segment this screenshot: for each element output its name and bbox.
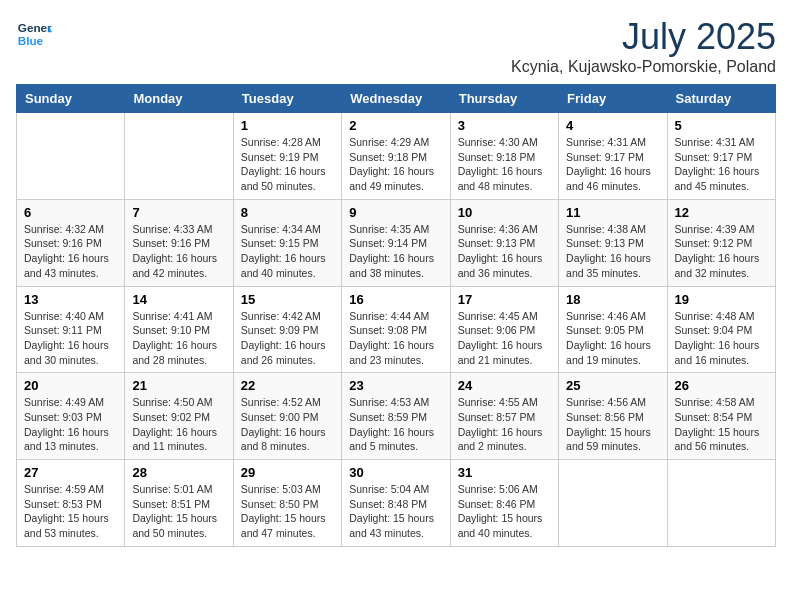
calendar-day-cell: 22Sunrise: 4:52 AM Sunset: 9:00 PM Dayli… bbox=[233, 373, 341, 460]
day-info: Sunrise: 4:53 AM Sunset: 8:59 PM Dayligh… bbox=[349, 395, 442, 454]
day-number: 9 bbox=[349, 205, 442, 220]
calendar-day-header: Wednesday bbox=[342, 85, 450, 113]
day-info: Sunrise: 4:44 AM Sunset: 9:08 PM Dayligh… bbox=[349, 309, 442, 368]
day-info: Sunrise: 4:48 AM Sunset: 9:04 PM Dayligh… bbox=[675, 309, 768, 368]
calendar-day-header: Thursday bbox=[450, 85, 558, 113]
calendar-day-header: Sunday bbox=[17, 85, 125, 113]
day-number: 11 bbox=[566, 205, 659, 220]
day-info: Sunrise: 4:41 AM Sunset: 9:10 PM Dayligh… bbox=[132, 309, 225, 368]
calendar-week-row: 1Sunrise: 4:28 AM Sunset: 9:19 PM Daylig… bbox=[17, 113, 776, 200]
calendar-day-cell: 16Sunrise: 4:44 AM Sunset: 9:08 PM Dayli… bbox=[342, 286, 450, 373]
day-number: 20 bbox=[24, 378, 117, 393]
day-info: Sunrise: 4:36 AM Sunset: 9:13 PM Dayligh… bbox=[458, 222, 551, 281]
day-number: 22 bbox=[241, 378, 334, 393]
day-info: Sunrise: 4:45 AM Sunset: 9:06 PM Dayligh… bbox=[458, 309, 551, 368]
calendar-header-row: SundayMondayTuesdayWednesdayThursdayFrid… bbox=[17, 85, 776, 113]
location-title: Kcynia, Kujawsko-Pomorskie, Poland bbox=[511, 58, 776, 76]
day-info: Sunrise: 4:42 AM Sunset: 9:09 PM Dayligh… bbox=[241, 309, 334, 368]
calendar-body: 1Sunrise: 4:28 AM Sunset: 9:19 PM Daylig… bbox=[17, 113, 776, 547]
calendar-day-cell bbox=[667, 460, 775, 547]
calendar-day-cell: 4Sunrise: 4:31 AM Sunset: 9:17 PM Daylig… bbox=[559, 113, 667, 200]
calendar-day-cell bbox=[559, 460, 667, 547]
day-number: 28 bbox=[132, 465, 225, 480]
calendar-day-header: Tuesday bbox=[233, 85, 341, 113]
logo: General Blue bbox=[16, 16, 52, 52]
svg-text:General: General bbox=[18, 21, 52, 34]
day-number: 31 bbox=[458, 465, 551, 480]
day-number: 19 bbox=[675, 292, 768, 307]
day-number: 5 bbox=[675, 118, 768, 133]
page-header: General Blue July 2025 Kcynia, Kujawsko-… bbox=[16, 16, 776, 76]
day-number: 16 bbox=[349, 292, 442, 307]
calendar-day-cell: 28Sunrise: 5:01 AM Sunset: 8:51 PM Dayli… bbox=[125, 460, 233, 547]
title-block: July 2025 Kcynia, Kujawsko-Pomorskie, Po… bbox=[511, 16, 776, 76]
day-number: 4 bbox=[566, 118, 659, 133]
day-number: 21 bbox=[132, 378, 225, 393]
calendar-day-cell: 31Sunrise: 5:06 AM Sunset: 8:46 PM Dayli… bbox=[450, 460, 558, 547]
month-title: July 2025 bbox=[511, 16, 776, 58]
day-info: Sunrise: 5:01 AM Sunset: 8:51 PM Dayligh… bbox=[132, 482, 225, 541]
day-info: Sunrise: 4:52 AM Sunset: 9:00 PM Dayligh… bbox=[241, 395, 334, 454]
day-number: 27 bbox=[24, 465, 117, 480]
calendar-day-header: Saturday bbox=[667, 85, 775, 113]
calendar-day-cell: 20Sunrise: 4:49 AM Sunset: 9:03 PM Dayli… bbox=[17, 373, 125, 460]
calendar-week-row: 20Sunrise: 4:49 AM Sunset: 9:03 PM Dayli… bbox=[17, 373, 776, 460]
day-number: 23 bbox=[349, 378, 442, 393]
calendar-day-cell: 14Sunrise: 4:41 AM Sunset: 9:10 PM Dayli… bbox=[125, 286, 233, 373]
day-info: Sunrise: 4:46 AM Sunset: 9:05 PM Dayligh… bbox=[566, 309, 659, 368]
calendar-day-cell bbox=[17, 113, 125, 200]
day-number: 7 bbox=[132, 205, 225, 220]
calendar-day-header: Monday bbox=[125, 85, 233, 113]
day-number: 12 bbox=[675, 205, 768, 220]
calendar-day-cell: 2Sunrise: 4:29 AM Sunset: 9:18 PM Daylig… bbox=[342, 113, 450, 200]
calendar-day-cell: 10Sunrise: 4:36 AM Sunset: 9:13 PM Dayli… bbox=[450, 199, 558, 286]
calendar-table: SundayMondayTuesdayWednesdayThursdayFrid… bbox=[16, 84, 776, 547]
day-number: 10 bbox=[458, 205, 551, 220]
calendar-day-cell: 8Sunrise: 4:34 AM Sunset: 9:15 PM Daylig… bbox=[233, 199, 341, 286]
day-info: Sunrise: 4:28 AM Sunset: 9:19 PM Dayligh… bbox=[241, 135, 334, 194]
day-number: 2 bbox=[349, 118, 442, 133]
day-info: Sunrise: 4:49 AM Sunset: 9:03 PM Dayligh… bbox=[24, 395, 117, 454]
day-number: 3 bbox=[458, 118, 551, 133]
day-number: 24 bbox=[458, 378, 551, 393]
day-info: Sunrise: 4:35 AM Sunset: 9:14 PM Dayligh… bbox=[349, 222, 442, 281]
day-number: 1 bbox=[241, 118, 334, 133]
calendar-day-cell: 27Sunrise: 4:59 AM Sunset: 8:53 PM Dayli… bbox=[17, 460, 125, 547]
calendar-day-cell: 17Sunrise: 4:45 AM Sunset: 9:06 PM Dayli… bbox=[450, 286, 558, 373]
calendar-day-cell: 29Sunrise: 5:03 AM Sunset: 8:50 PM Dayli… bbox=[233, 460, 341, 547]
day-number: 8 bbox=[241, 205, 334, 220]
day-info: Sunrise: 5:04 AM Sunset: 8:48 PM Dayligh… bbox=[349, 482, 442, 541]
day-number: 25 bbox=[566, 378, 659, 393]
calendar-day-cell: 25Sunrise: 4:56 AM Sunset: 8:56 PM Dayli… bbox=[559, 373, 667, 460]
day-number: 17 bbox=[458, 292, 551, 307]
day-number: 29 bbox=[241, 465, 334, 480]
svg-text:Blue: Blue bbox=[18, 34, 44, 47]
day-info: Sunrise: 4:59 AM Sunset: 8:53 PM Dayligh… bbox=[24, 482, 117, 541]
day-info: Sunrise: 5:03 AM Sunset: 8:50 PM Dayligh… bbox=[241, 482, 334, 541]
day-number: 6 bbox=[24, 205, 117, 220]
day-info: Sunrise: 4:40 AM Sunset: 9:11 PM Dayligh… bbox=[24, 309, 117, 368]
logo-icon: General Blue bbox=[16, 16, 52, 52]
calendar-day-cell: 1Sunrise: 4:28 AM Sunset: 9:19 PM Daylig… bbox=[233, 113, 341, 200]
calendar-day-cell: 18Sunrise: 4:46 AM Sunset: 9:05 PM Dayli… bbox=[559, 286, 667, 373]
calendar-week-row: 6Sunrise: 4:32 AM Sunset: 9:16 PM Daylig… bbox=[17, 199, 776, 286]
calendar-day-cell: 30Sunrise: 5:04 AM Sunset: 8:48 PM Dayli… bbox=[342, 460, 450, 547]
calendar-day-cell: 21Sunrise: 4:50 AM Sunset: 9:02 PM Dayli… bbox=[125, 373, 233, 460]
calendar-day-cell: 13Sunrise: 4:40 AM Sunset: 9:11 PM Dayli… bbox=[17, 286, 125, 373]
calendar-day-cell bbox=[125, 113, 233, 200]
day-info: Sunrise: 4:55 AM Sunset: 8:57 PM Dayligh… bbox=[458, 395, 551, 454]
day-info: Sunrise: 4:56 AM Sunset: 8:56 PM Dayligh… bbox=[566, 395, 659, 454]
calendar-day-cell: 26Sunrise: 4:58 AM Sunset: 8:54 PM Dayli… bbox=[667, 373, 775, 460]
day-info: Sunrise: 4:31 AM Sunset: 9:17 PM Dayligh… bbox=[566, 135, 659, 194]
day-number: 13 bbox=[24, 292, 117, 307]
day-number: 15 bbox=[241, 292, 334, 307]
calendar-day-cell: 5Sunrise: 4:31 AM Sunset: 9:17 PM Daylig… bbox=[667, 113, 775, 200]
day-info: Sunrise: 4:58 AM Sunset: 8:54 PM Dayligh… bbox=[675, 395, 768, 454]
day-number: 14 bbox=[132, 292, 225, 307]
calendar-day-cell: 7Sunrise: 4:33 AM Sunset: 9:16 PM Daylig… bbox=[125, 199, 233, 286]
calendar-day-cell: 24Sunrise: 4:55 AM Sunset: 8:57 PM Dayli… bbox=[450, 373, 558, 460]
calendar-day-cell: 19Sunrise: 4:48 AM Sunset: 9:04 PM Dayli… bbox=[667, 286, 775, 373]
day-info: Sunrise: 4:50 AM Sunset: 9:02 PM Dayligh… bbox=[132, 395, 225, 454]
day-info: Sunrise: 4:34 AM Sunset: 9:15 PM Dayligh… bbox=[241, 222, 334, 281]
calendar-day-cell: 6Sunrise: 4:32 AM Sunset: 9:16 PM Daylig… bbox=[17, 199, 125, 286]
